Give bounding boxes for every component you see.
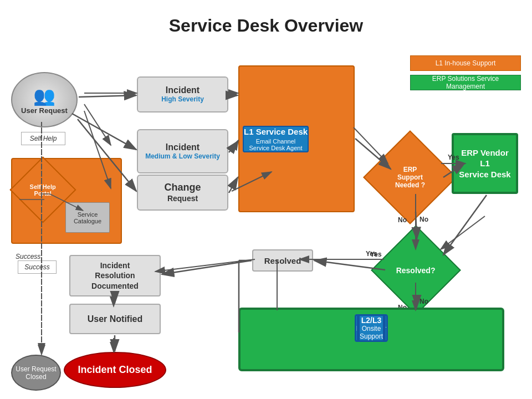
user-request-closed: User Request Closed bbox=[11, 355, 61, 391]
erp-support-diamond: ERP Support Needed ? bbox=[363, 130, 457, 224]
svg-text:No: No bbox=[420, 216, 428, 223]
l2l3-container: L2/L3 Developer Support L2/L3 Architect … bbox=[238, 308, 504, 371]
svg-line-34 bbox=[162, 260, 252, 274]
legend-green: ERP Solutions Service Management bbox=[410, 75, 521, 90]
yes-resolved-label: Yes bbox=[370, 250, 382, 258]
incident-resolution: Incident Resolution Documented bbox=[69, 255, 161, 296]
svg-line-31 bbox=[443, 195, 487, 255]
change-request: Change Request bbox=[137, 175, 228, 211]
svg-line-13 bbox=[441, 216, 485, 249]
no-erp-label: No bbox=[398, 216, 407, 224]
svg-line-28 bbox=[229, 177, 238, 193]
incident-high: Incident High Severity bbox=[137, 76, 228, 112]
svg-line-24 bbox=[72, 114, 136, 150]
self-help-label: Self Help bbox=[21, 132, 65, 145]
svg-line-23 bbox=[79, 95, 136, 97]
svg-text:Success: Success bbox=[16, 253, 40, 260]
svg-line-9 bbox=[232, 140, 238, 152]
l1-container: L1 Service Desk Phone Channel Service De… bbox=[238, 65, 355, 212]
l2l3-onsite: L2/L3 Onsite Support bbox=[358, 314, 385, 342]
svg-line-16 bbox=[155, 259, 255, 272]
legend-orange: L1 In-house Support bbox=[410, 55, 521, 71]
svg-line-3 bbox=[84, 104, 111, 145]
svg-line-27 bbox=[229, 141, 238, 152]
user-request: 👥 User Request bbox=[11, 72, 78, 127]
erp-vendor: ERP Vendor L1 Service Desk bbox=[452, 133, 518, 194]
service-catalogue: Service Catalogue bbox=[65, 202, 110, 233]
l1-email: L1 Service Desk Email Channel Service De… bbox=[243, 126, 309, 152]
incident-med: Incident Medium & Low Severity bbox=[137, 129, 228, 173]
incident-closed: Incident Closed bbox=[64, 352, 166, 388]
user-notified: User Notified bbox=[69, 304, 161, 334]
resolved-box: Resolved bbox=[252, 249, 313, 272]
success-label: Success bbox=[18, 260, 57, 274]
resolved-diamond: Resolved? bbox=[371, 225, 461, 315]
page-title: Service Desk Overview bbox=[0, 6, 532, 42]
